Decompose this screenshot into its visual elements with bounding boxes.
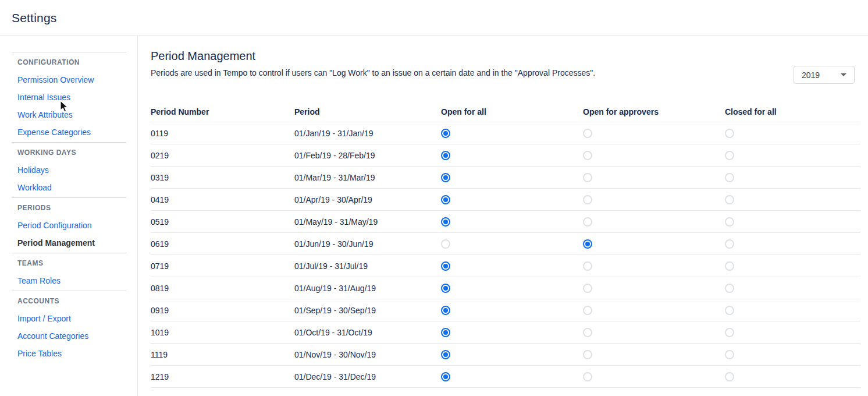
period-range-cell: 01/Apr/19 - 30/Apr/19 xyxy=(294,195,441,204)
period-number-cell: 1119 xyxy=(151,350,294,359)
sidebar-item-account-categories[interactable]: Account Categories xyxy=(17,327,137,345)
period-range-cell: 01/Jan/19 - 31/Jan/19 xyxy=(294,129,441,138)
radio-open-for-all[interactable] xyxy=(441,129,450,138)
radio-closed-for-all[interactable] xyxy=(725,173,734,182)
radio-closed-for-all[interactable] xyxy=(725,239,734,249)
column-header-open-for-approvers: Open for approvers xyxy=(583,107,725,122)
period-range-cell: 01/Sep/19 - 30/Sep/19 xyxy=(294,306,441,315)
radio-cell-closed-for-all xyxy=(725,327,860,337)
year-select[interactable]: 2019 xyxy=(794,66,855,84)
radio-open-for-approvers[interactable] xyxy=(583,129,592,138)
column-header-closed-for-all: Closed for all xyxy=(725,107,860,122)
radio-cell-open-for-all xyxy=(441,239,583,249)
radio-cell-open-for-all xyxy=(441,305,583,315)
period-number-cell: 0719 xyxy=(151,261,294,271)
radio-open-for-all[interactable] xyxy=(441,195,450,204)
period-range-cell: 01/Dec/19 - 31/Dec/19 xyxy=(294,372,441,381)
radio-closed-for-all[interactable] xyxy=(725,306,734,315)
period-number-cell: 1219 xyxy=(151,372,294,381)
radio-closed-for-all[interactable] xyxy=(725,328,734,337)
radio-closed-for-all[interactable] xyxy=(725,261,734,271)
radio-open-for-approvers[interactable] xyxy=(583,372,592,381)
radio-open-for-approvers[interactable] xyxy=(583,350,592,359)
radio-cell-open-for-all xyxy=(441,150,583,160)
period-range-cell: 01/Jun/19 - 30/Jun/19 xyxy=(294,239,441,249)
radio-open-for-approvers[interactable] xyxy=(583,328,592,337)
radio-open-for-approvers[interactable] xyxy=(583,195,592,204)
radio-open-for-all[interactable] xyxy=(441,261,450,271)
radio-open-for-approvers[interactable] xyxy=(583,217,592,227)
radio-cell-open-for-approvers xyxy=(583,372,725,381)
sidebar-item-period-management[interactable]: Period Management xyxy=(17,234,137,252)
radio-open-for-all[interactable] xyxy=(441,350,450,359)
sidebar: CONFIGURATIONPermission OverviewInternal… xyxy=(0,36,138,396)
period-range-cell: 01/Aug/19 - 31/Aug/19 xyxy=(294,284,441,293)
sidebar-item-expense-categories[interactable]: Expense Categories xyxy=(17,123,137,141)
period-number-cell: 0319 xyxy=(151,173,294,182)
radio-open-for-approvers[interactable] xyxy=(583,306,592,315)
radio-open-for-all[interactable] xyxy=(441,239,450,249)
period-range-cell: 01/Mar/19 - 31/Mar/19 xyxy=(294,173,441,182)
radio-open-for-all[interactable] xyxy=(441,173,450,182)
radio-cell-closed-for-all xyxy=(725,349,860,359)
main-content: Period Management Periods are used in Te… xyxy=(138,36,868,396)
radio-open-for-all[interactable] xyxy=(441,217,450,227)
sidebar-section-teams: TEAMSTeam Roles xyxy=(0,253,137,291)
sidebar-item-workload[interactable]: Workload xyxy=(17,179,137,196)
sidebar-section-heading: TEAMS xyxy=(17,254,137,272)
radio-open-for-approvers[interactable] xyxy=(583,239,592,249)
radio-cell-closed-for-all xyxy=(725,239,860,249)
radio-cell-open-for-approvers xyxy=(583,150,725,160)
radio-open-for-all[interactable] xyxy=(441,306,450,315)
sidebar-item-team-roles[interactable]: Team Roles xyxy=(17,272,137,289)
radio-closed-for-all[interactable] xyxy=(725,151,734,160)
sidebar-item-import-export[interactable]: Import / Export xyxy=(17,310,137,327)
sidebar-section-divider xyxy=(12,197,126,198)
period-range-cell: 01/Nov/19 - 30/Nov/19 xyxy=(294,350,441,359)
radio-cell-open-for-all xyxy=(441,261,583,271)
radio-open-for-approvers[interactable] xyxy=(583,173,592,182)
radio-closed-for-all[interactable] xyxy=(725,217,734,227)
period-range-cell: 01/Feb/19 - 28/Feb/19 xyxy=(294,151,441,160)
radio-open-for-approvers[interactable] xyxy=(583,151,592,160)
radio-open-for-all[interactable] xyxy=(441,328,450,337)
column-header-period-number: Period Number xyxy=(151,107,294,122)
sidebar-item-period-configuration[interactable]: Period Configuration xyxy=(17,217,137,234)
radio-open-for-all[interactable] xyxy=(441,284,450,293)
radio-cell-open-for-approvers xyxy=(583,195,725,204)
table-row: 011901/Jan/19 - 31/Jan/19 xyxy=(151,122,860,144)
page-title: Settings xyxy=(12,11,56,25)
sidebar-item-price-tables[interactable]: Price Tables xyxy=(17,345,137,362)
radio-cell-open-for-approvers xyxy=(583,261,725,271)
period-number-cell: 0519 xyxy=(151,217,294,227)
sidebar-item-work-attributes[interactable]: Work Attributes xyxy=(17,106,137,123)
table-row: 041901/Apr/19 - 30/Apr/19 xyxy=(151,189,860,211)
sidebar-item-holidays[interactable]: Holidays xyxy=(17,161,137,179)
radio-cell-open-for-all xyxy=(441,172,583,182)
sidebar-section-accounts: ACCOUNTSImport / ExportAccount Categorie… xyxy=(0,291,137,363)
radio-cell-open-for-approvers xyxy=(583,128,725,138)
radio-cell-open-for-approvers xyxy=(583,349,725,359)
radio-open-for-all[interactable] xyxy=(441,151,450,160)
radio-closed-for-all[interactable] xyxy=(725,284,734,293)
radio-closed-for-all[interactable] xyxy=(725,350,734,359)
radio-closed-for-all[interactable] xyxy=(725,129,734,138)
layout: CONFIGURATIONPermission OverviewInternal… xyxy=(0,36,868,396)
radio-open-for-approvers[interactable] xyxy=(583,261,592,271)
radio-cell-open-for-all xyxy=(441,217,583,227)
sidebar-section-divider xyxy=(12,142,126,143)
period-number-cell: 0919 xyxy=(151,306,294,315)
sidebar-section-periods: PERIODSPeriod ConfigurationPeriod Manage… xyxy=(0,197,137,253)
table-row: 051901/May/19 - 31/May/19 xyxy=(151,211,860,233)
radio-open-for-approvers[interactable] xyxy=(583,284,592,293)
radio-open-for-all[interactable] xyxy=(441,372,450,381)
section-description: Periods are used in Tempo to control if … xyxy=(151,68,860,78)
period-number-cell: 0819 xyxy=(151,284,294,293)
table-row: 121901/Dec/19 - 31/Dec/19 xyxy=(151,366,860,388)
radio-cell-open-for-approvers xyxy=(583,327,725,337)
sidebar-item-permission-overview[interactable]: Permission Overview xyxy=(17,71,137,89)
period-range-cell: 01/May/19 - 31/May/19 xyxy=(294,217,441,227)
radio-closed-for-all[interactable] xyxy=(725,195,734,204)
radio-closed-for-all[interactable] xyxy=(725,372,734,381)
sidebar-item-internal-issues[interactable]: Internal Issues xyxy=(17,89,137,106)
